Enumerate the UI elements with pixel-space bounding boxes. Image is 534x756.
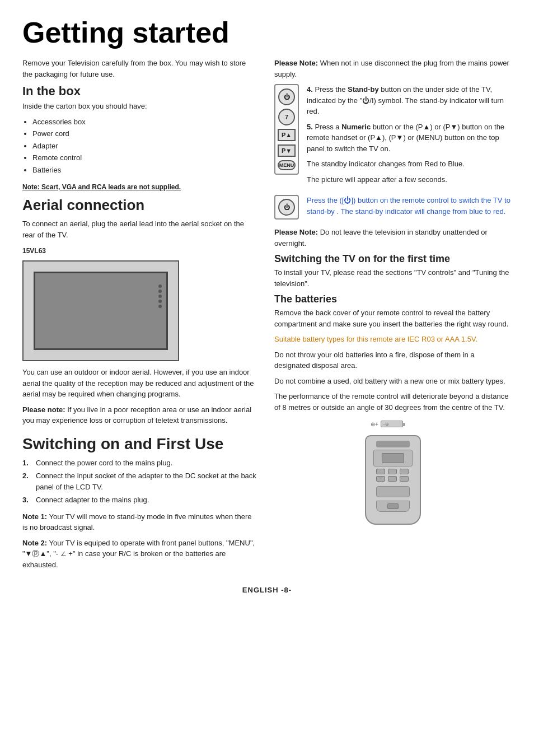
remote-icons-section: ⏻ 7 P▲ P▼ MENU 4. Press the Stand-by but… — [274, 84, 512, 189]
battery-body: -⊕ — [381, 421, 403, 427]
aerial-description: To connect an aerial, plug the aerial le… — [22, 218, 257, 240]
battery-minus-label: -⊕ — [383, 422, 389, 427]
remote-screen — [373, 450, 413, 466]
note-2: Note 2: Your TV is equiped to operate wi… — [22, 538, 257, 571]
note-1-text: Your TV will move to stand-by mode in fi… — [22, 512, 251, 532]
tv-screen — [34, 272, 168, 350]
step-4: 4. Press the Stand-by button on the unde… — [307, 84, 512, 117]
step-1: 1. Connect the power cord to the mains p… — [22, 458, 257, 469]
remote-button-grid — [376, 469, 410, 482]
aerial-heading: Aerial connection — [22, 194, 257, 216]
tv-model-label: 15VL63 — [22, 247, 257, 255]
please-note-top-label: Please Note: — [274, 59, 318, 67]
standby-icon-text: Press the ([⏻]) button on the remote con… — [307, 195, 512, 217]
remote-bottom — [376, 486, 410, 497]
switching-on-heading: Switching on and First Use — [22, 435, 257, 453]
battery-terminal — [402, 423, 405, 426]
note-1-label: Note 1: — [22, 512, 47, 521]
standby-power-icon: ⏻ — [278, 199, 295, 216]
seven-button-icon: 7 — [278, 109, 295, 125]
in-the-box-list: Accessories box Power cord Adapter Remot… — [32, 116, 257, 176]
please-note-2-label: Please Note: — [274, 228, 318, 236]
list-item: Accessories box — [32, 116, 257, 128]
list-item: Adapter — [32, 141, 257, 152]
list-item: Power cord — [32, 128, 257, 139]
switching-steps: 1. Connect the power cord to the mains p… — [22, 458, 257, 506]
step-4-bold: Stand-by — [348, 85, 379, 94]
battery-para-1: Do not throw your old batteries into a f… — [274, 349, 512, 371]
aerial-note-1: You can use an outdoor or indoor aerial.… — [22, 367, 257, 400]
p-up-button-icon: P▲ — [278, 129, 296, 141]
remote-btn — [400, 476, 409, 482]
remote-screen-inner — [382, 453, 404, 463]
batteries-heading: The batteries — [274, 293, 512, 305]
aerial-note-2: Please note: If you live in a poor recep… — [22, 404, 257, 426]
standby-change-2: The picture will appear after a few seco… — [307, 174, 512, 185]
step-4-num: 4. — [307, 85, 313, 94]
in-the-box-heading: In the box — [22, 84, 257, 99]
page-title: Getting started — [22, 17, 512, 49]
remote-body — [365, 435, 421, 525]
step-5: 5. Press a Numeric button or the (P▲) or… — [307, 122, 512, 155]
tv-dot-4 — [158, 300, 162, 303]
standby-change-1: The standby indicator changes from Red t… — [307, 158, 512, 170]
step-5-prefix: Press a — [315, 123, 341, 131]
please-note-2: Please Note: Do not leave the television… — [274, 227, 512, 249]
p-down-button-icon: P▼ — [278, 144, 296, 157]
note-2-label: Note 2: — [22, 539, 47, 547]
note-scart: Note: Scart, VGA and RCA leads are not s… — [22, 182, 257, 192]
tv-screen-controls — [158, 284, 162, 308]
remote-btn — [388, 469, 397, 474]
tv-dot-5 — [158, 305, 162, 308]
remote-battery-compartment — [376, 501, 410, 512]
tv-dot-2 — [158, 290, 162, 293]
remote-btn — [376, 476, 385, 482]
list-item: Batteries — [32, 165, 257, 176]
remote-btn — [376, 469, 385, 474]
note-1: Note 1: Your TV will move to stand-by mo… — [22, 511, 257, 533]
standby-row: ⏻ Press the ([⏻]) button on the remote c… — [274, 195, 512, 221]
standby-icon-box: ⏻ — [274, 195, 299, 220]
remote-control-illustration: ⊕+ -⊕ — [348, 418, 438, 530]
step-2: 2. Connect the input socket of the adapt… — [22, 470, 257, 492]
intro-text: Remove your Television carefully from th… — [22, 58, 257, 80]
switching-first-time-heading: Switching the TV on for the first time — [274, 253, 512, 265]
step-4-prefix: Press the — [315, 85, 348, 94]
battery-para-3: The performance of the remote control wi… — [274, 391, 512, 413]
step-5-bold: Numeric — [341, 123, 371, 131]
step-3: 3. Connect adapter to the mains plug. — [22, 494, 257, 506]
tv-dot-1 — [158, 284, 162, 288]
list-item: Remote control — [32, 152, 257, 164]
tv-image — [22, 260, 179, 361]
switching-first-time-text: To install your TV, please read the sect… — [274, 267, 512, 289]
in-the-box-description: Inside the carton box you should have: — [22, 101, 257, 112]
menu-button-icon: MENU — [278, 160, 296, 170]
battery-plus-label: ⊕+ — [371, 421, 378, 427]
battery-para-2: Do not combine a used, old battery with … — [274, 376, 512, 387]
aerial-note-2-label: Please note: — [22, 405, 65, 414]
power-button-icon: ⏻ — [278, 88, 295, 105]
battery-slot — [387, 503, 399, 509]
remote-btn — [388, 476, 397, 482]
battery-type-note: Suitable battery types for this remote a… — [274, 334, 512, 345]
page-footer: ENGLISH -8- — [22, 586, 512, 594]
remote-top-bar — [376, 441, 410, 447]
tv-dot-3 — [158, 295, 162, 298]
please-note-top: Please Note: When not in use disconnect … — [274, 58, 512, 80]
batteries-text: Remove the back cover of your remote con… — [274, 307, 512, 329]
remote-btn — [400, 469, 409, 474]
note-2-text: Your TV is equiped to operate with front… — [22, 539, 255, 569]
remote-icon-box: ⏻ 7 P▲ P▼ MENU — [274, 84, 299, 175]
step-5-num: 5. — [307, 123, 313, 131]
